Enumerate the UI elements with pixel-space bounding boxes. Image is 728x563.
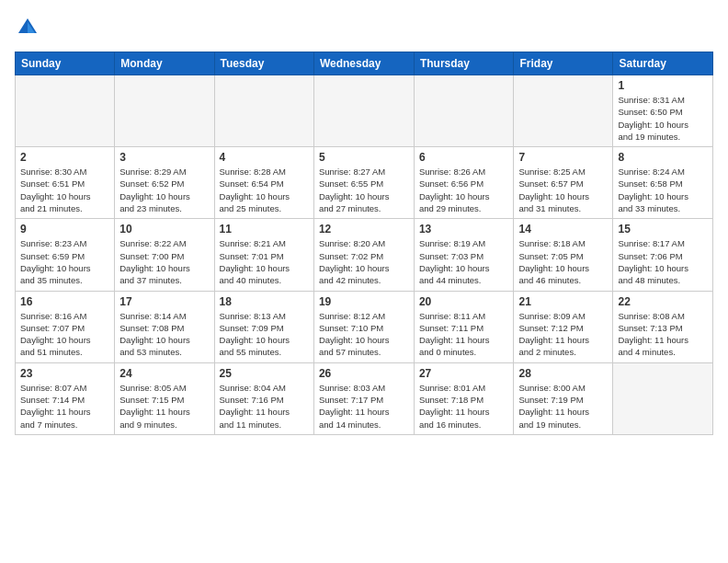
calendar-day-cell [313,75,414,147]
day-number: 16 [20,295,109,308]
calendar-day-cell: 22Sunrise: 8:08 AM Sunset: 7:13 PM Dayli… [613,291,713,362]
calendar-week-row: 23Sunrise: 8:07 AM Sunset: 7:14 PM Dayli… [16,362,713,434]
day-info: Sunrise: 8:05 AM Sunset: 7:15 PM Dayligh… [119,382,209,431]
day-info: Sunrise: 8:30 AM Sunset: 6:51 PM Dayligh… [20,166,109,214]
day-number: 18 [220,295,309,308]
calendar-day-cell: 23Sunrise: 8:07 AM Sunset: 7:14 PM Dayli… [16,362,115,434]
day-info: Sunrise: 8:12 AM Sunset: 7:10 PM Dayligh… [319,310,409,359]
calendar-day-cell [214,75,313,147]
calendar-day-cell: 15Sunrise: 8:17 AM Sunset: 7:06 PM Dayli… [613,219,713,291]
day-number: 22 [618,295,708,308]
calendar-week-row: 2Sunrise: 8:30 AM Sunset: 6:51 PM Daylig… [16,147,713,219]
calendar-day-cell: 17Sunrise: 8:14 AM Sunset: 7:08 PM Dayli… [115,291,214,362]
day-info: Sunrise: 8:07 AM Sunset: 7:14 PM Dayligh… [20,382,109,431]
day-info: Sunrise: 8:04 AM Sunset: 7:16 PM Dayligh… [220,382,309,431]
day-info: Sunrise: 8:11 AM Sunset: 7:11 PM Dayligh… [419,310,509,359]
day-info: Sunrise: 8:20 AM Sunset: 7:02 PM Dayligh… [319,237,409,286]
day-number: 4 [220,151,309,164]
day-info: Sunrise: 8:29 AM Sunset: 6:52 PM Dayligh… [119,166,209,214]
calendar-day-cell: 8Sunrise: 8:24 AM Sunset: 6:58 PM Daylig… [613,147,713,219]
day-number: 21 [518,295,608,308]
calendar-day-cell [414,75,514,147]
calendar-day-cell: 1Sunrise: 8:31 AM Sunset: 6:50 PM Daylig… [613,75,713,147]
weekday-header: Saturday [613,52,713,75]
calendar-day-cell: 12Sunrise: 8:20 AM Sunset: 7:02 PM Dayli… [313,219,414,291]
calendar-day-cell: 18Sunrise: 8:13 AM Sunset: 7:09 PM Dayli… [214,291,313,362]
day-info: Sunrise: 8:13 AM Sunset: 7:09 PM Dayligh… [220,310,309,359]
day-number: 7 [518,151,608,164]
calendar-day-cell: 6Sunrise: 8:26 AM Sunset: 6:56 PM Daylig… [414,147,514,219]
weekday-header: Thursday [414,52,514,75]
day-info: Sunrise: 8:16 AM Sunset: 7:07 PM Dayligh… [20,310,109,359]
day-number: 19 [319,295,409,308]
calendar-week-row: 1Sunrise: 8:31 AM Sunset: 6:50 PM Daylig… [16,75,713,147]
day-info: Sunrise: 8:18 AM Sunset: 7:05 PM Dayligh… [518,237,608,286]
day-number: 24 [119,367,209,380]
day-number: 6 [419,151,509,164]
calendar-day-cell: 19Sunrise: 8:12 AM Sunset: 7:10 PM Dayli… [313,291,414,362]
calendar-table: SundayMondayTuesdayWednesdayThursdayFrid… [15,52,713,435]
calendar-day-cell: 27Sunrise: 8:01 AM Sunset: 7:18 PM Dayli… [414,362,514,434]
calendar-day-cell [16,75,115,147]
day-number: 3 [119,151,209,164]
day-info: Sunrise: 8:27 AM Sunset: 6:55 PM Dayligh… [319,166,409,214]
calendar-day-cell: 20Sunrise: 8:11 AM Sunset: 7:11 PM Dayli… [414,291,514,362]
calendar-day-cell: 28Sunrise: 8:00 AM Sunset: 7:19 PM Dayli… [514,362,613,434]
day-number: 5 [319,151,409,164]
calendar-day-cell: 13Sunrise: 8:19 AM Sunset: 7:03 PM Dayli… [414,219,514,291]
weekday-header: Monday [115,52,214,75]
calendar-day-cell: 10Sunrise: 8:22 AM Sunset: 7:00 PM Dayli… [115,219,214,291]
day-number: 2 [20,151,109,164]
day-info: Sunrise: 8:25 AM Sunset: 6:57 PM Dayligh… [518,166,608,214]
calendar-day-cell: 7Sunrise: 8:25 AM Sunset: 6:57 PM Daylig… [514,147,613,219]
weekday-header: Tuesday [214,52,313,75]
calendar-day-cell [613,362,713,434]
calendar-day-cell: 5Sunrise: 8:27 AM Sunset: 6:55 PM Daylig… [313,147,414,219]
day-info: Sunrise: 8:24 AM Sunset: 6:58 PM Dayligh… [618,166,708,214]
day-number: 10 [119,223,209,236]
day-number: 25 [220,367,309,380]
day-info: Sunrise: 8:08 AM Sunset: 7:13 PM Dayligh… [618,310,708,359]
weekday-header: Wednesday [313,52,414,75]
day-number: 11 [220,223,309,236]
day-number: 20 [419,295,509,308]
page-header [15,15,713,40]
day-number: 12 [319,223,409,236]
day-info: Sunrise: 8:28 AM Sunset: 6:54 PM Dayligh… [220,166,309,214]
calendar-day-cell: 21Sunrise: 8:09 AM Sunset: 7:12 PM Dayli… [514,291,613,362]
calendar-day-cell [115,75,214,147]
day-number: 26 [319,367,409,380]
day-info: Sunrise: 8:14 AM Sunset: 7:08 PM Dayligh… [119,310,209,359]
calendar-day-cell: 16Sunrise: 8:16 AM Sunset: 7:07 PM Dayli… [16,291,115,362]
calendar-day-cell: 14Sunrise: 8:18 AM Sunset: 7:05 PM Dayli… [514,219,613,291]
day-number: 14 [518,223,608,236]
day-info: Sunrise: 8:23 AM Sunset: 6:59 PM Dayligh… [20,237,109,286]
day-info: Sunrise: 8:22 AM Sunset: 7:00 PM Dayligh… [119,237,209,286]
day-info: Sunrise: 8:19 AM Sunset: 7:03 PM Dayligh… [419,237,509,286]
logo [15,15,44,40]
day-number: 13 [419,223,509,236]
weekday-header: Sunday [16,52,115,75]
calendar-day-cell: 24Sunrise: 8:05 AM Sunset: 7:15 PM Dayli… [115,362,214,434]
day-number: 9 [20,223,109,236]
day-number: 17 [119,295,209,308]
calendar-day-cell: 9Sunrise: 8:23 AM Sunset: 6:59 PM Daylig… [16,219,115,291]
calendar-day-cell [514,75,613,147]
calendar-day-cell: 11Sunrise: 8:21 AM Sunset: 7:01 PM Dayli… [214,219,313,291]
calendar-day-cell: 4Sunrise: 8:28 AM Sunset: 6:54 PM Daylig… [214,147,313,219]
calendar-day-cell: 26Sunrise: 8:03 AM Sunset: 7:17 PM Dayli… [313,362,414,434]
day-info: Sunrise: 8:01 AM Sunset: 7:18 PM Dayligh… [419,382,509,431]
calendar-day-cell: 25Sunrise: 8:04 AM Sunset: 7:16 PM Dayli… [214,362,313,434]
day-number: 1 [618,79,708,92]
day-info: Sunrise: 8:03 AM Sunset: 7:17 PM Dayligh… [319,382,409,431]
day-info: Sunrise: 8:31 AM Sunset: 6:50 PM Dayligh… [618,94,708,143]
day-info: Sunrise: 8:00 AM Sunset: 7:19 PM Dayligh… [518,382,608,431]
day-number: 27 [419,367,509,380]
weekday-header: Friday [514,52,613,75]
calendar-week-row: 16Sunrise: 8:16 AM Sunset: 7:07 PM Dayli… [16,291,713,362]
day-info: Sunrise: 8:21 AM Sunset: 7:01 PM Dayligh… [220,237,309,286]
day-info: Sunrise: 8:09 AM Sunset: 7:12 PM Dayligh… [518,310,608,359]
day-number: 28 [518,367,608,380]
day-info: Sunrise: 8:26 AM Sunset: 6:56 PM Dayligh… [419,166,509,214]
day-info: Sunrise: 8:17 AM Sunset: 7:06 PM Dayligh… [618,237,708,286]
